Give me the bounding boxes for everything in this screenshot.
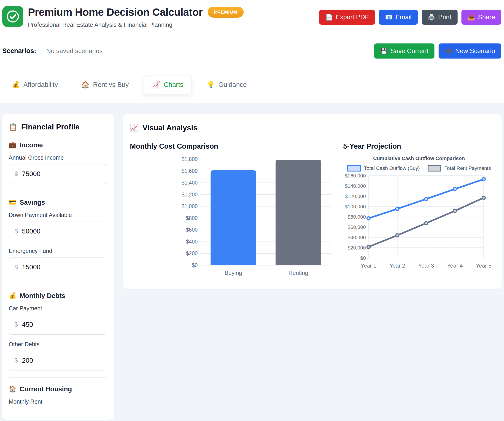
svg-text:$1,000: $1,000 [182,203,198,209]
credit-card-icon: 💳 [9,199,17,206]
dollar-prefix: $ [14,357,18,364]
house-icon: 🏠 [9,386,17,392]
svg-text:$600: $600 [186,227,198,233]
legend-swatch-rent [428,165,441,172]
line-chart-title: Cumulative Cash Outflow Comparison [343,155,495,161]
share-icon: 📤 [468,14,475,20]
svg-text:Year 2: Year 2 [389,262,405,269]
dollar-prefix: $ [14,170,18,178]
svg-text:Year 3: Year 3 [418,262,434,269]
plus-icon: ➕ [445,48,452,54]
tab-charts-label: Charts [164,81,183,89]
header-actions: 📄 Export PDF 📧 Email 🖨️ Print 📤 Share [319,10,501,25]
annual-gross-income-input[interactable] [22,170,101,178]
premium-badge: PREMIUM [208,7,244,18]
svg-text:Buying: Buying [225,270,242,276]
down-payment-input[interactable] [22,227,101,235]
annual-gross-income-label: Annual Gross Income [9,154,107,161]
page-subtitle: Professional Real Estate Analysis & Fina… [28,21,244,28]
share-label: Share [478,13,495,21]
svg-text:$140,000: $140,000 [345,183,366,189]
money-bag-icon: 💰 [12,81,20,88]
svg-text:$1,400: $1,400 [182,180,198,186]
export-pdf-label: Export PDF [336,13,369,21]
email-label: Email [396,13,412,21]
briefcase-icon: 💼 [9,142,17,148]
monthly-debts-section-title: Monthly Debts [20,292,66,300]
svg-text:$1,800: $1,800 [182,156,198,162]
emergency-fund-field: $ [9,257,107,277]
header-branding: Premium Home Decision Calculator PREMIUM… [2,6,244,28]
tab-guidance-label: Guidance [218,81,247,89]
svg-text:$80,000: $80,000 [348,214,366,220]
svg-text:$100,000: $100,000 [345,204,366,209]
money-bag-icon: 💰 [9,293,17,299]
legend-item-buy: Total Cash Outflow (Buy) [347,165,420,172]
dollar-prefix: $ [14,264,18,271]
page-title: Premium Home Decision Calculator [28,6,203,18]
new-scenario-label: New Scenario [455,47,495,55]
print-button[interactable]: 🖨️ Print [422,10,457,25]
tab-charts[interactable]: 📈 Charts [144,75,192,94]
current-housing-section: 🏠 Current Housing Monthly Rent [9,385,107,405]
scenarios-label: Scenarios: [2,47,36,55]
scenario-bar: Scenarios: No saved scenarios 💾 Save Cur… [0,35,504,68]
light-bulb-icon: 💡 [207,81,215,88]
section-divider [9,377,107,378]
app-header: Premium Home Decision Calculator PREMIUM… [0,0,504,35]
legend-label-rent: Total Rent Payments [444,165,491,171]
tab-rent-vs-buy-label: Rent vs Buy [93,81,129,89]
car-payment-field: $ [9,315,107,335]
monthly-cost-bar-chart: $0$200$400$600$800$1,000$1,200$1,400$1,6… [130,155,333,279]
income-section-title: Income [20,141,43,149]
savings-section-title: Savings [20,199,45,206]
car-payment-input[interactable] [22,321,101,329]
clipboard-icon: 📋 [9,123,18,130]
car-payment-label: Car Payment [9,305,107,312]
visual-analysis-title: Visual Analysis [143,124,198,132]
financial-profile-title: Financial Profile [21,123,80,131]
new-scenario-button[interactable]: ➕ New Scenario [438,43,501,59]
svg-text:$200: $200 [186,250,198,256]
income-section: 💼 Income Annual Gross Income $ [9,141,107,184]
emergency-fund-input[interactable] [22,263,101,271]
floppy-disk-icon: 💾 [380,48,388,54]
svg-text:$40,000: $40,000 [348,235,366,240]
section-divider [9,191,107,191]
chart-increasing-icon: 📈 [152,81,160,88]
svg-text:Year 4: Year 4 [447,262,463,269]
tab-bar: 💰 Affordability 🏠 Rent vs Buy 📈 Charts 💡… [0,68,504,103]
svg-text:$0: $0 [192,262,198,268]
save-current-button[interactable]: 💾 Save Current [374,43,434,59]
legend-item-rent: Total Rent Payments [428,165,491,172]
emergency-fund-label: Emergency Fund [9,248,107,254]
monthly-rent-label: Monthly Rent [9,398,107,405]
section-divider [9,284,107,284]
dollar-prefix: $ [14,321,18,328]
tab-guidance[interactable]: 💡 Guidance [198,75,255,94]
svg-text:Year 5: Year 5 [476,262,492,269]
export-pdf-button[interactable]: 📄 Export PDF [319,10,375,25]
visual-analysis-panel: 📈 Visual Analysis Monthly Cost Compariso… [123,114,502,289]
other-debts-input[interactable] [22,356,101,365]
svg-text:Renting: Renting [288,270,308,276]
house-icon: 🏠 [81,81,90,88]
svg-text:$0: $0 [360,255,366,261]
five-year-projection-block: 5-Year Projection Cumulative Cash Outflo… [343,142,495,280]
line-chart-legend: Total Cash Outflow (Buy) Total Rent Paym… [343,165,495,172]
share-button[interactable]: 📤 Share [462,10,501,25]
tab-rent-vs-buy[interactable]: 🏠 Rent vs Buy [73,75,137,94]
svg-text:Year 1: Year 1 [361,262,377,269]
email-button[interactable]: 📧 Email [379,10,418,25]
five-year-heading: 5-Year Projection [343,142,495,150]
svg-text:$800: $800 [186,215,198,221]
legend-label-buy: Total Cash Outflow (Buy) [364,165,420,171]
dollar-prefix: $ [14,228,18,235]
chart-increasing-icon: 📈 [130,124,139,131]
down-payment-label: Down Payment Available [9,212,107,218]
tab-affordability[interactable]: 💰 Affordability [3,75,66,94]
monthly-cost-heading: Monthly Cost Comparison [130,142,333,150]
current-housing-section-title: Current Housing [20,385,72,393]
down-payment-field: $ [9,222,107,241]
annual-gross-income-field: $ [9,164,107,184]
